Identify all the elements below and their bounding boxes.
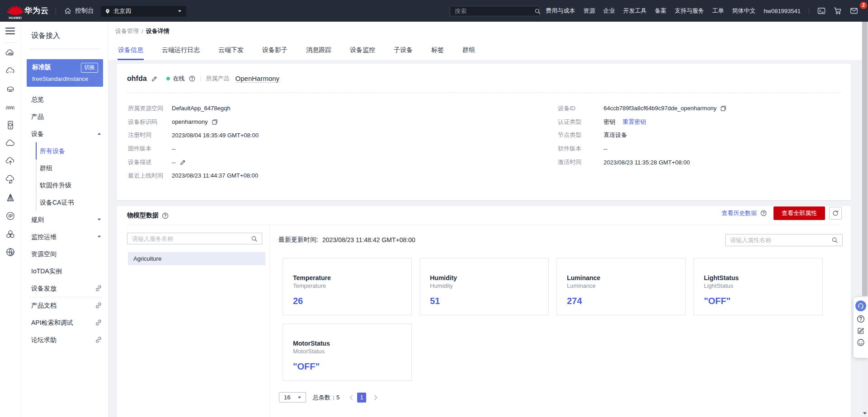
property-search-input[interactable]: [726, 237, 831, 244]
help-circle-icon[interactable]: [189, 75, 195, 82]
edit-device-name-icon[interactable]: [151, 75, 158, 82]
tab[interactable]: 设备信息: [118, 41, 144, 60]
current-page-button[interactable]: 1: [357, 393, 366, 403]
instance-card[interactable]: 标准版 切换 freeStandardInstance: [27, 59, 103, 87]
topbar-menu-item[interactable]: 简体中文: [732, 7, 755, 15]
sidebar-menu-item[interactable]: 设备: [21, 125, 108, 142]
scrollbar-thumb[interactable]: [862, 22, 868, 296]
total-count-value: 5: [336, 394, 340, 401]
topbar-menu-item[interactable]: 支持与服务: [675, 7, 704, 15]
help-circle-icon[interactable]: [760, 210, 767, 216]
sidebar-menu-item[interactable]: 所有设备: [21, 142, 108, 159]
sidebar-menu-item[interactable]: 规则: [21, 211, 108, 228]
notification-badge[interactable]: 2: [860, 2, 867, 9]
huawei-logo: HUAWEI: [6, 3, 25, 19]
search-icon[interactable]: [251, 235, 258, 242]
mail-icon[interactable]: [850, 7, 858, 15]
property-card[interactable]: LightStatus LightStatus "OFF": [693, 258, 823, 315]
cloud-server-icon[interactable]: [5, 48, 15, 58]
topbar-menu-item[interactable]: 费用与成本: [546, 7, 575, 15]
search-icon[interactable]: [831, 237, 838, 244]
cloud-icon[interactable]: [5, 138, 15, 148]
refresh-button[interactable]: [829, 207, 842, 220]
service-list-item[interactable]: Agriculture: [128, 252, 265, 265]
sidebar-menu-item[interactable]: 产品文档: [21, 297, 108, 314]
prev-page-icon[interactable]: [349, 395, 354, 400]
sidebar-menu-item[interactable]: 设备发放: [21, 280, 108, 297]
tab[interactable]: 云端运行日志: [161, 41, 200, 60]
external-link-icon: [95, 302, 102, 309]
caret-down-icon: [178, 10, 182, 13]
property-card[interactable]: MotorStatus MotorStatus "OFF": [283, 323, 412, 381]
sidebar-menu-item[interactable]: API检索和调试: [21, 314, 108, 331]
search-icon[interactable]: [534, 8, 541, 14]
property-description: Luminance: [567, 282, 685, 290]
next-page-icon[interactable]: [373, 395, 378, 400]
info-row: 设备ID 64ccb789f3a8cf64b9c97dde_openharmon…: [558, 102, 726, 115]
scroll-down-arrow-icon[interactable]: [863, 411, 867, 416]
property-card[interactable]: Luminance Luminance 274: [557, 258, 686, 315]
brand-title[interactable]: 华为云: [24, 0, 49, 22]
region-selector[interactable]: 北京四: [101, 6, 186, 17]
tab[interactable]: 标签: [431, 41, 444, 60]
global-search-input[interactable]: [450, 8, 534, 14]
sidebar-menu-item[interactable]: 群组: [21, 159, 108, 177]
sidebar-menu-item[interactable]: 论坛求助: [21, 331, 108, 348]
sidebar-menu-item[interactable]: IoTDA实例: [21, 262, 108, 280]
cloud-sync-icon[interactable]: [5, 174, 15, 184]
info-value: --: [172, 159, 176, 166]
tab-bar: 设备信息 云端运行日志 云端下发 设备影子 消息跟踪 设备监控 子设备 标签 群…: [118, 41, 476, 60]
smiley-icon[interactable]: [857, 338, 865, 347]
view-history-link[interactable]: 查看历史数据: [722, 209, 757, 217]
form-icon[interactable]: [857, 327, 865, 335]
tab[interactable]: 云端下发: [218, 41, 244, 60]
product-link[interactable]: OpenHarmony: [236, 75, 280, 83]
tab[interactable]: 群组: [462, 41, 476, 60]
sidebar-menu-item[interactable]: 软固件升级: [21, 177, 108, 194]
topbar-menu-item[interactable]: 企业: [603, 7, 615, 15]
topbar-menu-item[interactable]: 工单: [712, 7, 724, 15]
service-search-input[interactable]: [127, 235, 251, 242]
tab[interactable]: 设备监控: [349, 41, 376, 60]
topbar-menu-item[interactable]: 开发工具: [623, 7, 646, 15]
cluster-icon[interactable]: [5, 229, 15, 239]
globe-icon[interactable]: [5, 247, 15, 257]
help-circle-icon[interactable]: [162, 212, 169, 219]
property-card[interactable]: Temperature Temperature 26: [283, 258, 412, 315]
tab[interactable]: 设备影子: [262, 41, 288, 60]
hamburger-menu-icon[interactable]: [5, 28, 15, 34]
terminal-icon[interactable]: [817, 7, 826, 15]
device-cloud-icon[interactable]: [5, 120, 15, 130]
topbar-menu-item[interactable]: 备案: [655, 7, 666, 15]
sidebar-menu-item[interactable]: 总览: [21, 91, 108, 108]
breadcrumb-parent[interactable]: 设备管理: [115, 27, 139, 35]
help-circle-icon[interactable]: [857, 315, 865, 323]
sidebar-menu-item[interactable]: 资源空间: [21, 245, 108, 262]
info-label: 所属资源空间: [128, 104, 172, 112]
cloud-upload-icon[interactable]: [5, 156, 15, 166]
support-button[interactable]: [855, 300, 866, 311]
username[interactable]: hw081993541: [764, 8, 801, 14]
info-value: --: [604, 145, 608, 152]
prism-icon[interactable]: [5, 193, 15, 203]
property-card[interactable]: Humidity Humidity 51: [420, 258, 549, 315]
cloud-dots-icon[interactable]: [5, 66, 15, 76]
topbar-menu-item[interactable]: 资源: [583, 7, 595, 15]
sidebar-menu-item[interactable]: 设备CA证书: [21, 194, 108, 211]
view-all-properties-button[interactable]: 查看全部属性: [774, 206, 825, 220]
copy-icon[interactable]: [720, 105, 726, 112]
tab[interactable]: 子设备: [393, 41, 413, 60]
page-size-select[interactable]: 16: [279, 392, 306, 403]
waveform-icon[interactable]: [5, 102, 15, 112]
tab[interactable]: 消息跟踪: [306, 41, 332, 60]
cart-icon[interactable]: [834, 7, 842, 15]
ip-circle-icon[interactable]: [5, 211, 15, 221]
edit-icon[interactable]: [179, 159, 186, 166]
sidebar-menu-item[interactable]: 产品: [21, 108, 108, 125]
cloud-storage-icon[interactable]: [5, 84, 15, 94]
console-link[interactable]: 控制台: [64, 0, 94, 22]
sidebar-menu-item[interactable]: 监控运维: [21, 228, 108, 245]
copy-icon[interactable]: [212, 119, 218, 125]
info-action-link[interactable]: 重置密钥: [623, 118, 646, 126]
refresh-icon: [832, 210, 839, 216]
